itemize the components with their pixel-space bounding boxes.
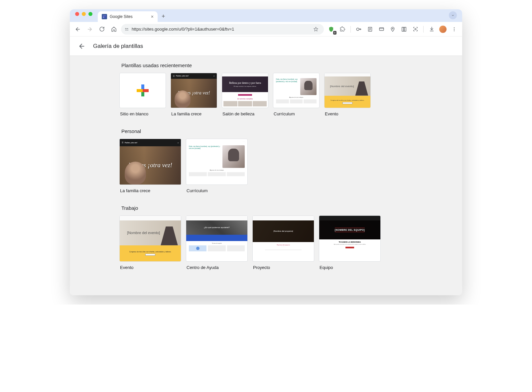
chevron-down-icon [451, 13, 455, 17]
template-row: [Nombre del evento]Congreso de tres días… [119, 215, 412, 270]
nav-back-button[interactable] [73, 25, 82, 34]
divider [350, 26, 351, 33]
template-thumbnail: ···Hola, me llamo [nombre], soy [profesi… [186, 139, 248, 185]
svg-point-10 [454, 27, 455, 28]
template-card-proyecto[interactable]: [Nombre del proyecto]Objetivos del proye… [252, 215, 314, 270]
svg-point-9 [415, 28, 416, 30]
nav-home-button[interactable] [109, 25, 118, 34]
lens-icon[interactable] [411, 25, 420, 34]
browser-toolbar: https://sites.google.com/u/0/?pli=1&auth… [70, 22, 462, 37]
sites-favicon-icon [102, 14, 107, 19]
template-label: Currículum [273, 111, 320, 116]
location-icon[interactable] [388, 25, 397, 34]
plus-icon [137, 84, 149, 96]
section-title: Personal [119, 128, 412, 139]
template-card-padres[interactable]: ☰Padres ¡otra vez!⌕Padres ¡otra vez!La f… [171, 73, 217, 116]
arrow-left-icon [78, 43, 85, 50]
tabs-dropdown-button[interactable] [449, 11, 457, 19]
template-label: Sitio en blanco [119, 111, 166, 116]
template-card-ayuda[interactable]: ¿En qué podemos ayudarte?Temas de ayudaC… [186, 215, 248, 270]
template-thumbnail: ☰Padres ¡otra vez!⌕Padres ¡otra vez! [119, 139, 181, 185]
template-thumbnail: [Nombre del evento]Congreso de tres días… [119, 215, 181, 262]
svg-rect-1 [103, 15, 106, 16]
traffic-lights [73, 12, 94, 19]
template-label: La familia crece [171, 111, 217, 116]
back-button[interactable] [76, 41, 87, 52]
svg-point-12 [454, 30, 455, 31]
nav-reload-button[interactable] [97, 25, 106, 34]
window-minimize-button[interactable] [82, 12, 86, 16]
template-label: Currículum [186, 188, 248, 193]
svg-rect-7 [379, 28, 384, 31]
browser-tab[interactable]: Google Sites × [98, 11, 158, 22]
page-title: Galería de plantillas [93, 43, 143, 50]
template-card-blank[interactable]: Sitio en blanco [119, 73, 166, 116]
profile-avatar[interactable] [438, 25, 448, 34]
new-tab-button[interactable]: + [158, 13, 169, 22]
svg-point-11 [454, 29, 455, 29]
passwords-icon[interactable] [354, 25, 363, 34]
titlebar: Google Sites × + [70, 9, 462, 22]
template-row: Sitio en blanco☰Padres ¡otra vez!⌕Padres… [119, 73, 412, 116]
site-settings-icon[interactable] [124, 27, 129, 32]
template-thumbnail: [Nombre del evento]Congreso de tres días… [324, 73, 371, 108]
content: Plantillas usadas recientementeSitio en … [116, 56, 415, 295]
template-label: Proyecto [252, 265, 314, 270]
template-card-evento[interactable]: [Nombre del evento]Congreso de tres días… [324, 73, 371, 116]
template-row: ☰Padres ¡otra vez!⌕Padres ¡otra vez!La f… [119, 139, 412, 193]
extensions-icon[interactable] [338, 25, 347, 34]
template-label: Centro de Ayuda [186, 265, 248, 270]
template-label: Equipo [319, 265, 381, 270]
template-thumbnail: ···Hola, me llamo [nombre], soy [profesi… [273, 73, 320, 108]
template-thumbnail [119, 73, 166, 108]
svg-point-8 [392, 28, 393, 29]
template-label: La familia crece [119, 188, 181, 193]
extension-shield-icon[interactable] [327, 25, 336, 34]
toolbar-right [327, 25, 459, 34]
template-card-evento[interactable]: [Nombre del evento]Congreso de tres días… [119, 215, 181, 270]
template-card-padres[interactable]: ☰Padres ¡otra vez!⌕Padres ¡otra vez!La f… [119, 139, 181, 193]
template-section: Trabajo[Nombre del evento]Congreso de tr… [119, 205, 412, 270]
url-text: https://sites.google.com/u/0/?pli=1&auth… [132, 27, 309, 32]
nav-forward-button[interactable] [85, 25, 94, 34]
svg-point-3 [125, 28, 126, 29]
browser-menu-icon[interactable] [450, 25, 459, 34]
template-card-cv[interactable]: ···Hola, me llamo [nombre], soy [profesi… [186, 139, 248, 193]
template-section: Plantillas usadas recientementeSitio en … [119, 63, 412, 116]
page-header: Galería de plantillas [70, 37, 462, 56]
divider [423, 26, 424, 33]
section-title: Trabajo [119, 205, 412, 215]
template-card-cv[interactable]: ···Hola, me llamo [nombre], soy [profesi… [273, 73, 320, 116]
browser-window: Google Sites × + https://sites.google.co… [70, 9, 462, 295]
template-label: Salón de belleza [222, 111, 268, 116]
template-label: Evento [119, 265, 181, 270]
downloads-icon[interactable] [427, 25, 436, 34]
template-card-equipo[interactable]: [NOMBRE DEL EQUIPO]TE DAMOS LA BIENVENID… [319, 215, 381, 270]
template-section: Personal☰Padres ¡otra vez!⌕Padres ¡otra … [119, 128, 412, 193]
template-thumbnail: ¿En qué podemos ayudarte?Temas de ayuda [186, 215, 248, 262]
window-close-button[interactable] [75, 12, 79, 16]
template-card-salon[interactable]: Belleza por dentro y por fueraEl mejor s… [222, 73, 268, 116]
reading-list-icon[interactable] [399, 25, 409, 34]
template-thumbnail: Belleza por dentro y por fueraEl mejor s… [222, 73, 268, 108]
bookmark-star-icon[interactable] [311, 25, 321, 34]
template-thumbnail: [Nombre del proyecto]Objetivos del proye… [252, 215, 314, 262]
window-maximize-button[interactable] [88, 12, 92, 16]
section-title: Plantillas usadas recientemente [119, 63, 412, 73]
template-label: Evento [324, 111, 371, 116]
address-bar[interactable]: https://sites.google.com/u/0/?pli=1&auth… [121, 24, 324, 35]
content-scroll-area[interactable]: Plantillas usadas recientementeSitio en … [70, 56, 462, 295]
reader-icon[interactable] [365, 25, 375, 34]
payment-icon[interactable] [377, 25, 386, 34]
template-thumbnail: [NOMBRE DEL EQUIPO]TE DAMOS LA BIENVENID… [319, 215, 381, 262]
svg-point-4 [127, 30, 128, 30]
tab-close-icon[interactable]: × [151, 14, 154, 19]
svg-rect-2 [103, 17, 104, 18]
tab-title: Google Sites [110, 14, 148, 19]
svg-point-5 [356, 28, 359, 31]
template-thumbnail: ☰Padres ¡otra vez!⌕Padres ¡otra vez! [171, 73, 217, 108]
